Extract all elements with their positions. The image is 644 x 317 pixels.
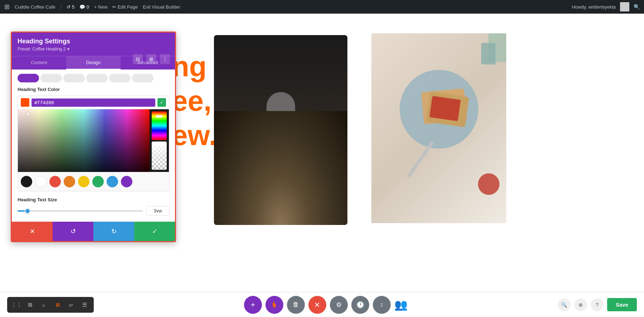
heading-settings-panel: Heading Settings Preset: Coffee Heading … bbox=[11, 32, 176, 242]
hue-slider[interactable] bbox=[152, 111, 167, 140]
color-cursor[interactable] bbox=[26, 112, 30, 116]
reset-button[interactable]: ↺ bbox=[53, 222, 93, 241]
color-canvas-area bbox=[18, 109, 169, 172]
alpha-slider[interactable] bbox=[152, 141, 167, 170]
size-section: Heading Text Size bbox=[18, 197, 169, 216]
save-button[interactable]: ✓ bbox=[134, 222, 175, 241]
hex-input[interactable] bbox=[31, 99, 155, 107]
size-slider-track[interactable] bbox=[18, 210, 143, 212]
swatch-blue[interactable] bbox=[107, 176, 118, 187]
new-button[interactable]: + New bbox=[94, 4, 107, 10]
size-input[interactable] bbox=[146, 206, 169, 216]
history-button[interactable]: 🕐 bbox=[351, 296, 369, 314]
panel-header: Heading Settings Preset: Coffee Heading … bbox=[12, 33, 175, 56]
toast-image bbox=[371, 33, 506, 223]
panel-preset[interactable]: Preset: Coffee Heading 2 bbox=[18, 47, 169, 52]
save-main-button[interactable]: Save bbox=[607, 298, 637, 311]
admin-bar-left: ⊞ Cuddle Coffee Cafe | ↺ 5 💬 0 + New ✏ E… bbox=[4, 3, 566, 11]
howdy-text: Howdy, writtenbyekta bbox=[572, 4, 616, 10]
page-heading-text: ng ee, ew. bbox=[172, 49, 217, 153]
hue-thumb bbox=[156, 115, 163, 118]
delete-button[interactable]: 🗑 bbox=[287, 296, 305, 314]
redo-button[interactable]: ↻ bbox=[93, 222, 134, 241]
search-right-button[interactable]: 🔍 bbox=[558, 298, 571, 311]
sub-tab-3[interactable] bbox=[63, 74, 85, 82]
wp-logo-icon[interactable]: ⊞ bbox=[4, 3, 10, 11]
site-name[interactable]: Cuddle Coffee Cafe bbox=[15, 4, 55, 10]
panel-footer: ✕ ↺ ↻ ✓ bbox=[12, 221, 175, 241]
avatar[interactable] bbox=[620, 2, 629, 11]
cancel-button[interactable]: ✕ bbox=[12, 222, 53, 241]
alpha-thumb bbox=[156, 143, 163, 146]
swatch-black[interactable] bbox=[21, 176, 32, 187]
wireframe-icon[interactable]: ⊟ bbox=[133, 54, 143, 64]
swatch-red[interactable] bbox=[49, 176, 61, 187]
size-slider-thumb[interactable] bbox=[25, 208, 30, 214]
search-icon[interactable]: 🔍 bbox=[634, 4, 640, 10]
close-button[interactable]: ✕ bbox=[308, 296, 326, 314]
coffee-grinder-image bbox=[214, 35, 347, 225]
tablet-tool[interactable]: ▱ bbox=[65, 299, 77, 311]
admin-bar-right: Howdy, writtenbyekta 🔍 bbox=[572, 2, 640, 11]
toolbar-center: + 🗑 ✕ ⚙ 🕐 ↕ 👥 bbox=[244, 296, 408, 314]
add-content-button[interactable]: + bbox=[244, 296, 262, 314]
toolbar-right: 🔍 ⊕ ? Save bbox=[558, 298, 637, 311]
help-button[interactable]: ? bbox=[591, 298, 604, 311]
more-options-icon[interactable]: ⋮ bbox=[160, 54, 170, 64]
hamburger-tool[interactable]: ⋮⋮ bbox=[11, 299, 22, 311]
sub-tab-2[interactable] bbox=[40, 74, 62, 82]
size-section-label: Heading Text Size bbox=[18, 197, 169, 202]
left-tools-box: ⋮⋮ ⊞ ⌕ 🖥 ▱ ☰ bbox=[7, 297, 94, 313]
divi-flame-button[interactable] bbox=[265, 296, 283, 314]
desktop-tool[interactable]: 🖥 bbox=[52, 299, 63, 311]
color-picker: ✓ bbox=[18, 96, 169, 191]
customize-button[interactable]: ↕ bbox=[373, 296, 391, 314]
main-content: ng ee, ew. Heading Settings Preset: Coff… bbox=[0, 14, 644, 317]
search-tool[interactable]: ⌕ bbox=[38, 299, 49, 311]
sub-tab-1[interactable] bbox=[18, 74, 39, 82]
tab-content[interactable]: Content bbox=[12, 56, 66, 69]
hex-row: ✓ bbox=[18, 96, 169, 109]
tab-design[interactable]: Design bbox=[66, 56, 121, 69]
sub-tab-5[interactable] bbox=[109, 74, 131, 82]
revisions-count[interactable]: ↺ 5 bbox=[67, 4, 74, 10]
portability-button[interactable]: 👥 bbox=[394, 298, 408, 311]
edit-page-button[interactable]: ✏ Edit Page bbox=[112, 4, 138, 10]
admin-bar: ⊞ Cuddle Coffee Cafe | ↺ 5 💬 0 + New ✏ E… bbox=[0, 0, 644, 14]
color-swatches-row bbox=[18, 172, 169, 191]
flame-icon bbox=[270, 301, 279, 309]
settings-button[interactable]: ⚙ bbox=[330, 296, 348, 314]
grid-tool[interactable]: ⊞ bbox=[24, 299, 36, 311]
panel-header-icons: ⊟ ⊞ ⋮ bbox=[133, 54, 170, 64]
panel-title: Heading Settings bbox=[18, 38, 169, 45]
color-section-label: Heading Text Color bbox=[18, 87, 169, 92]
sub-tabs-bar bbox=[18, 74, 169, 82]
exit-builder-button[interactable]: Exit Visual Builder bbox=[143, 4, 180, 10]
swatch-white[interactable] bbox=[35, 176, 47, 187]
layers-button[interactable]: ⊕ bbox=[574, 298, 587, 311]
size-row bbox=[18, 206, 169, 216]
columns-icon[interactable]: ⊞ bbox=[146, 54, 156, 64]
swatch-green[interactable] bbox=[92, 176, 104, 187]
sub-tab-6[interactable] bbox=[132, 74, 153, 82]
panel-body: Heading Text Color ✓ bbox=[12, 69, 175, 221]
color-swatch-preview[interactable] bbox=[21, 98, 29, 107]
bottom-toolbar: ⋮⋮ ⊞ ⌕ 🖥 ▱ ☰ + 🗑 ✕ ⚙ 🕐 ↕ 👥 🔍 ⊕ bbox=[0, 292, 644, 317]
mobile-tool[interactable]: ☰ bbox=[79, 299, 90, 311]
swatch-orange[interactable] bbox=[64, 176, 75, 187]
color-sliders bbox=[150, 109, 169, 172]
comments-count[interactable]: 💬 0 bbox=[79, 4, 89, 10]
swatch-purple[interactable] bbox=[121, 176, 132, 187]
hex-confirm-button[interactable]: ✓ bbox=[157, 98, 166, 107]
swatch-yellow[interactable] bbox=[78, 176, 89, 187]
color-gradient-canvas[interactable] bbox=[18, 109, 150, 172]
sub-tab-4[interactable] bbox=[86, 74, 108, 82]
